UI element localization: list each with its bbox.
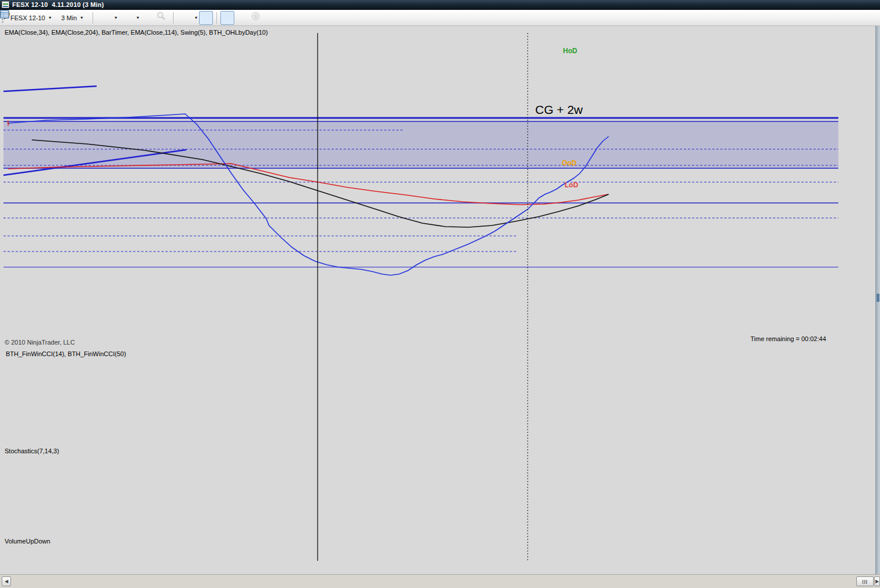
scroll-left-button[interactable]: ◀ (2, 576, 11, 586)
scroll-right-button[interactable]: ▶ (874, 576, 880, 586)
scroll-grip[interactable]: ||| (856, 576, 874, 586)
window-right-edge (875, 26, 880, 574)
chart-canvas[interactable] (0, 0, 880, 588)
ninjatrader-chart-window: FESX 12-10 4.11.2010 (3 Min) FESX 12-10 … (0, 0, 880, 588)
horizontal-scrollbar[interactable]: ◀ ||| ▶ (0, 574, 880, 588)
